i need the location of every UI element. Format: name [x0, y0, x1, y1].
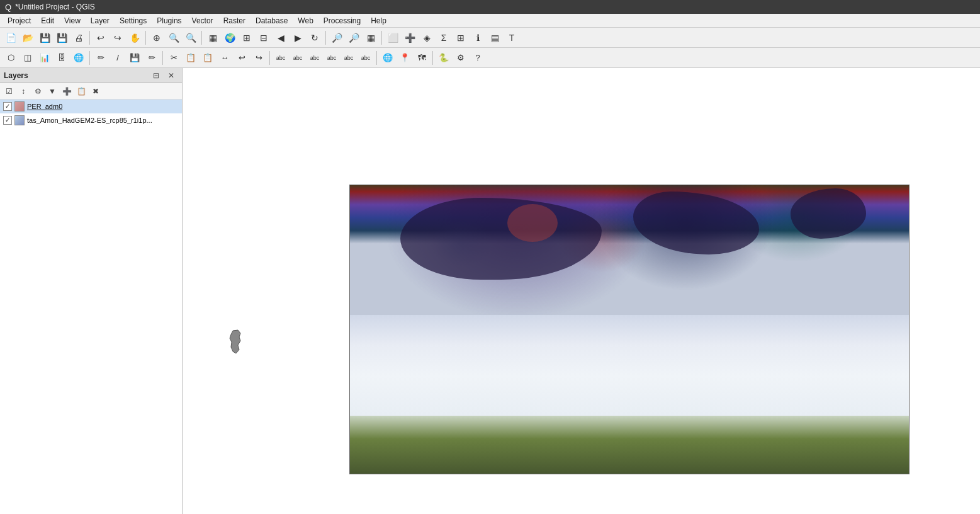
layer-add-button[interactable]: ↕: [16, 84, 30, 98]
geolocate-button[interactable]: 📍: [397, 50, 413, 66]
zoom-selection-button[interactable]: ⊟: [256, 30, 272, 46]
move-feature-button[interactable]: ↔: [217, 50, 233, 66]
save-as-button[interactable]: 💾: [54, 30, 70, 46]
python-button[interactable]: 🐍: [436, 50, 452, 66]
open-table-button[interactable]: ▤: [487, 30, 503, 46]
layer-checkbox-1[interactable]: [3, 116, 12, 125]
edit-toggle-button[interactable]: ✏: [144, 50, 160, 66]
menu-edit[interactable]: Edit: [36, 15, 59, 26]
layer-icon-0: [14, 101, 25, 111]
zoom-rubber-button[interactable]: ▦: [205, 30, 221, 46]
undo-edit-button[interactable]: ↩: [234, 50, 250, 66]
menu-raster[interactable]: Raster: [218, 15, 251, 26]
new-project-button[interactable]: 📄: [3, 30, 19, 46]
add-postgis-button[interactable]: 🗄: [54, 50, 70, 66]
menu-layer[interactable]: Layer: [86, 15, 115, 26]
label5-button[interactable]: abc: [341, 50, 357, 66]
layers-float-button[interactable]: ⊟: [149, 69, 163, 83]
menu-processing[interactable]: Processing: [318, 15, 366, 26]
layer-name-0: PER_adm0: [27, 103, 179, 110]
web-tools-button[interactable]: 🌐: [380, 50, 396, 66]
plugin2-button[interactable]: ⚙: [453, 50, 469, 66]
statistics-button[interactable]: Σ: [436, 30, 452, 46]
redo-edit-button[interactable]: ↪: [251, 50, 267, 66]
help-button[interactable]: ?: [470, 50, 486, 66]
text-button-button[interactable]: T: [504, 30, 520, 46]
digitize-line-button[interactable]: /: [110, 50, 126, 66]
open-project-button[interactable]: 📂: [20, 30, 36, 46]
separator-8: [145, 31, 146, 45]
zoom-actual-button[interactable]: 🔎: [329, 30, 345, 46]
layers-header-icons: ⊟ ✕: [149, 69, 178, 83]
undo-button[interactable]: ↩: [93, 30, 109, 46]
sep2-15: [269, 51, 270, 65]
add-feature-button[interactable]: ➕: [402, 30, 418, 46]
tile-map-button[interactable]: 🗺: [414, 50, 430, 66]
zoom-out-button[interactable]: 🔍: [183, 30, 199, 46]
label4-button[interactable]: abc: [324, 50, 340, 66]
menu-help[interactable]: Help: [366, 15, 391, 26]
digitize-pencil-button[interactable]: ✏: [93, 50, 109, 66]
zoom-out2-button[interactable]: 🔎: [346, 30, 362, 46]
add-vector-button[interactable]: ⬡: [3, 50, 19, 66]
layer-remove-button[interactable]: ✖: [89, 84, 103, 98]
menu-database[interactable]: Database: [251, 15, 293, 26]
cut-button[interactable]: ✂: [166, 50, 182, 66]
zoom-in-button[interactable]: 🔍: [166, 30, 182, 46]
redo-button[interactable]: ↪: [110, 30, 126, 46]
field-calc-button[interactable]: ⊞: [453, 30, 469, 46]
draw-rect-button[interactable]: ⬜: [385, 30, 401, 46]
raster-bot-section: [350, 416, 909, 474]
menu-project[interactable]: Project: [3, 15, 36, 26]
peru-vector-shape: [227, 329, 242, 355]
add-csv-button[interactable]: 📊: [37, 50, 53, 66]
layer-name-1: tas_Amon_HadGEM2-ES_rcp85_r1i1p...: [27, 117, 179, 124]
sep2-9: [162, 51, 163, 65]
add-raster-button[interactable]: ◫: [20, 50, 36, 66]
menu-view[interactable]: View: [59, 15, 86, 26]
select-button[interactable]: ▦: [363, 30, 379, 46]
refresh-button[interactable]: ↻: [307, 30, 323, 46]
layers-close-button[interactable]: ✕: [164, 69, 178, 83]
save-project-button[interactable]: 💾: [37, 30, 53, 46]
menu-settings[interactable]: Settings: [115, 15, 152, 26]
pan-map2-button[interactable]: ⊕: [149, 30, 165, 46]
label6-button[interactable]: abc: [358, 50, 374, 66]
save-edits-button[interactable]: 💾: [127, 50, 143, 66]
label2-button[interactable]: abc: [290, 50, 306, 66]
layers-header: Layers ⊟ ✕: [0, 68, 182, 83]
layers-panel-title: Layers: [4, 71, 28, 80]
layer-icon-1: [14, 115, 25, 125]
layer-filter-button[interactable]: ⚙: [31, 84, 45, 98]
layer-add-group[interactable]: ➕: [60, 84, 74, 98]
map-area[interactable]: [183, 68, 980, 514]
layer-open-layertype[interactable]: ☑: [2, 84, 16, 98]
layer-item-0[interactable]: PER_adm0: [0, 100, 182, 113]
edit-nodes-button[interactable]: ◈: [419, 30, 435, 46]
layers-panel: Layers ⊟ ✕ ☑ ↕ ⚙ ▼ ➕ 📋 ✖ PER_adm0tas_Amo…: [0, 68, 183, 514]
label3-button[interactable]: abc: [307, 50, 323, 66]
zoom-back-button[interactable]: ◀: [273, 30, 289, 46]
label1-button[interactable]: abc: [273, 50, 289, 66]
layers-list: PER_adm0tas_Amon_HadGEM2-ES_rcp85_r1i1p.…: [0, 100, 182, 514]
layer-expand-all[interactable]: ▼: [45, 84, 59, 98]
paste-button[interactable]: 📋: [200, 50, 216, 66]
layer-manage-button[interactable]: 📋: [74, 84, 88, 98]
layer-checkbox-0[interactable]: [3, 102, 12, 111]
zoom-layer-button[interactable]: ⊞: [239, 30, 255, 46]
zoom-forward-button[interactable]: ▶: [290, 30, 306, 46]
identify-button[interactable]: ℹ: [470, 30, 486, 46]
layer-item-1[interactable]: tas_Amon_HadGEM2-ES_rcp85_r1i1p...: [0, 113, 182, 127]
menu-plugins[interactable]: Plugins: [152, 15, 186, 26]
print-button[interactable]: 🖨: [70, 30, 87, 46]
menu-web[interactable]: Web: [293, 15, 318, 26]
separator-21: [381, 31, 382, 45]
menu-vector[interactable]: Vector: [187, 15, 218, 26]
sep2-21: [376, 51, 377, 65]
copy-button[interactable]: 📋: [183, 50, 199, 66]
title-bar: Q *Untitled Project - QGIS: [0, 0, 980, 14]
pan-map-button[interactable]: ✋: [127, 30, 143, 46]
raster-red-patch: [507, 204, 558, 242]
zoom-full-button[interactable]: 🌍: [222, 30, 238, 46]
add-wms-button[interactable]: 🌐: [70, 50, 87, 66]
